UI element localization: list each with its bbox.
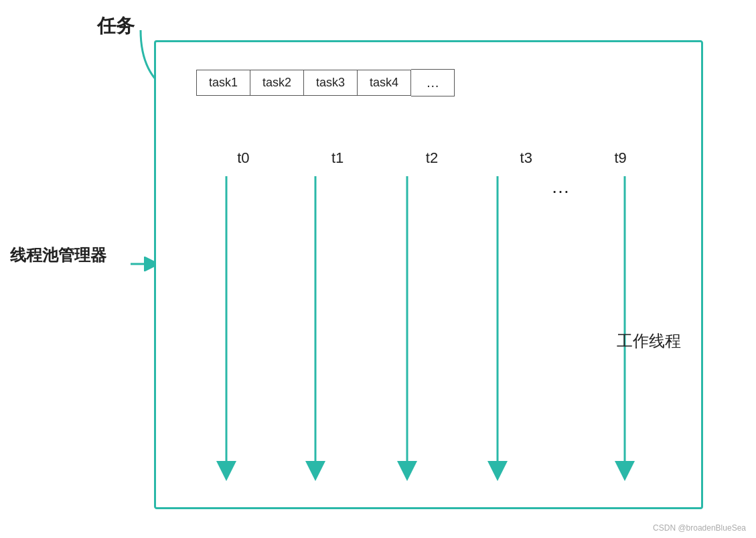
worker-heading-label: 工作线程 <box>617 330 681 352</box>
thread-label-t1: t1 <box>311 149 364 167</box>
diagram-box: task1 task2 task3 task4 … t0 t1 t2 t3 t9… <box>154 40 703 509</box>
task-cell-3: task3 <box>304 70 358 96</box>
task-heading-label: 任务 <box>97 13 135 39</box>
thread-label-t0: t0 <box>216 149 270 167</box>
task-ellipsis: … <box>411 69 455 96</box>
manager-heading-label: 线程池管理器 <box>10 245 106 266</box>
threads-row: t0 t1 t2 t3 t9 <box>156 149 701 167</box>
thread-label-t9: t9 <box>594 149 648 167</box>
thread-label-t3: t3 <box>500 149 553 167</box>
task-cell-4: task4 <box>358 70 411 96</box>
thread-label-t2: t2 <box>405 149 459 167</box>
task-cell-2: task2 <box>250 70 304 96</box>
watermark: CSDN @broadenBlueSea <box>653 523 746 533</box>
task-queue: task1 task2 task3 task4 … <box>196 69 455 96</box>
threads-dots: … <box>551 176 570 198</box>
task-cell-1: task1 <box>196 70 250 96</box>
